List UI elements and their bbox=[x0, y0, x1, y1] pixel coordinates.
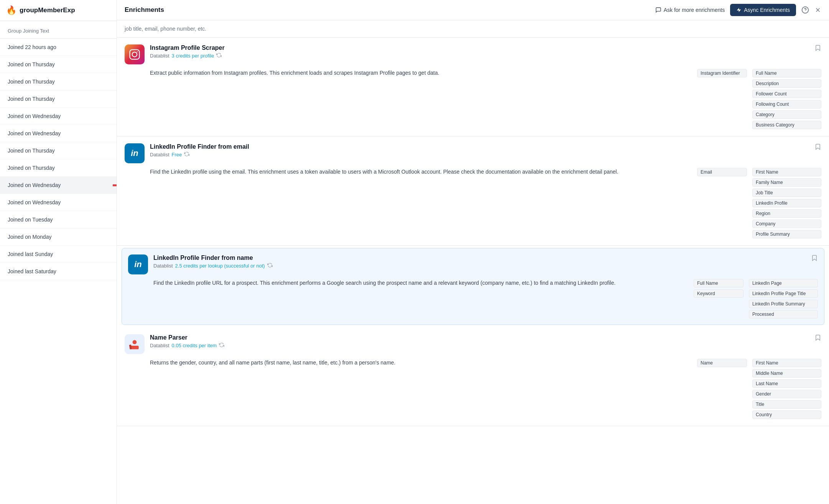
close-icon bbox=[814, 7, 821, 13]
sidebar-item[interactable]: Joined on Wednesday bbox=[0, 108, 117, 125]
search-hint: job title, email, phone number, etc. bbox=[117, 20, 829, 38]
lightning-icon bbox=[736, 7, 742, 13]
sidebar-item[interactable]: Joined on Thursday bbox=[0, 142, 117, 159]
sidebar-item[interactable]: Joined on Wednesday bbox=[0, 177, 117, 194]
output-tag: Category bbox=[752, 110, 821, 119]
output-tag: Family Name bbox=[752, 178, 821, 187]
output-tag: Gender bbox=[752, 390, 821, 398]
svg-point-6 bbox=[132, 52, 137, 57]
name-parser-icon bbox=[128, 338, 141, 350]
card-top-row: Instagram Profile ScraperDatablist3 cred… bbox=[125, 44, 821, 64]
output-tag: First Name bbox=[752, 359, 821, 367]
input-tag: Keyword bbox=[694, 289, 743, 298]
sidebar-item[interactable]: Joined on Thursday bbox=[0, 90, 117, 108]
sidebar-item[interactable]: Joined on Thursday bbox=[0, 73, 117, 90]
card-meta: DatablistFree bbox=[150, 151, 806, 158]
card-icon: in bbox=[128, 254, 148, 274]
card-name: LinkedIn Profile Finder from email bbox=[150, 143, 806, 150]
output-tag: Last Name bbox=[752, 379, 821, 388]
card-outputs: Full NameDescriptionFollower CountFollow… bbox=[752, 69, 821, 129]
help-button[interactable] bbox=[801, 6, 809, 14]
card-meta: Datablist2.5 credits per lookup (success… bbox=[153, 263, 803, 269]
card-inputs: Email bbox=[697, 168, 747, 238]
card-bottom-row: Returns the gender, country, and all nam… bbox=[125, 359, 821, 419]
recycle-icon bbox=[184, 151, 189, 158]
output-tag: LinkedIn Profile Summary bbox=[749, 300, 818, 308]
card-name: LinkedIn Profile Finder from name bbox=[153, 254, 803, 261]
card-description: Returns the gender, country, and all nam… bbox=[150, 359, 692, 419]
card-description: Extract public information from Instagra… bbox=[150, 69, 692, 129]
card-icon bbox=[125, 334, 145, 354]
ask-enrichments-button[interactable]: Ask for more enrichments bbox=[655, 7, 725, 13]
card-inputs: Name bbox=[697, 359, 747, 419]
card-provider: Datablist bbox=[150, 152, 169, 158]
instagram-logo-icon bbox=[129, 49, 140, 60]
top-bar-actions: Ask for more enrichments Async Enrichmen… bbox=[655, 4, 821, 16]
bookmark-button[interactable] bbox=[814, 334, 821, 343]
sidebar-item[interactable]: Joined on Wednesday bbox=[0, 194, 117, 211]
sidebar-item[interactable]: Joined last Saturday bbox=[0, 263, 117, 280]
card-bottom-row: Extract public information from Instagra… bbox=[125, 69, 821, 129]
card-provider: Datablist bbox=[150, 53, 169, 59]
bookmark-button[interactable] bbox=[811, 254, 818, 263]
enrichment-card: inLinkedIn Profile Finder from nameDatab… bbox=[122, 248, 824, 325]
output-tag: Company bbox=[752, 220, 821, 228]
sidebar-item[interactable]: Joined on Thursday bbox=[0, 159, 117, 177]
sidebar-item[interactable]: Joined on Tuesday bbox=[0, 211, 117, 228]
bookmark-button[interactable] bbox=[814, 143, 821, 152]
recycle-icon bbox=[219, 342, 224, 349]
card-name: Instagram Profile Scraper bbox=[150, 44, 806, 51]
card-outputs: First NameFamily NameJob TitleLinkedIn P… bbox=[752, 168, 821, 238]
output-tag: First Name bbox=[752, 168, 821, 176]
card-meta: Datablist3 credits per profile bbox=[150, 53, 806, 59]
main-area: Enrichments Ask for more enrichments Asy… bbox=[117, 0, 829, 504]
sidebar: 🔥 groupMemberExp Group Joining Text Join… bbox=[0, 0, 117, 504]
input-tag: Full Name bbox=[694, 279, 743, 287]
enrichment-card: Name ParserDatablist0.05 credits per ite… bbox=[117, 327, 829, 426]
card-credits: 2.5 credits per lookup (successful or no… bbox=[175, 263, 265, 269]
svg-rect-5 bbox=[130, 50, 140, 59]
card-credits: Free bbox=[172, 152, 182, 158]
card-outputs: First NameMiddle NameLast NameGenderTitl… bbox=[752, 359, 821, 419]
ask-enrichments-label: Ask for more enrichments bbox=[664, 7, 725, 13]
output-tag: LinkedIn Profile bbox=[752, 199, 821, 207]
close-button[interactable] bbox=[814, 7, 821, 13]
selection-arrow-indicator bbox=[113, 182, 117, 188]
app-logo: 🔥 bbox=[6, 5, 16, 15]
app-header: 🔥 groupMemberExp bbox=[0, 0, 117, 21]
output-tag: Follower Count bbox=[752, 90, 821, 98]
enrichments-content: job title, email, phone number, etc. Ins… bbox=[117, 20, 829, 504]
enrichment-cards-list: Instagram Profile ScraperDatablist3 cred… bbox=[117, 38, 829, 426]
card-title-area: Name ParserDatablist0.05 credits per ite… bbox=[150, 334, 806, 349]
svg-marker-0 bbox=[737, 8, 741, 12]
bookmark-button[interactable] bbox=[814, 44, 821, 53]
input-tag: Name bbox=[697, 359, 747, 367]
output-tag: Profile Summary bbox=[752, 230, 821, 238]
card-meta: Datablist0.05 credits per item bbox=[150, 342, 806, 349]
sidebar-item[interactable]: Joined last Sunday bbox=[0, 246, 117, 263]
output-tag: Middle Name bbox=[752, 369, 821, 378]
page-title: Enrichments bbox=[125, 6, 164, 14]
svg-point-8 bbox=[133, 340, 137, 344]
top-bar: Enrichments Ask for more enrichments Asy… bbox=[117, 0, 829, 20]
app-title: groupMemberExp bbox=[20, 7, 75, 14]
input-tag: Instagram Identifier bbox=[697, 69, 747, 77]
enrichment-card: inLinkedIn Profile Finder from emailData… bbox=[117, 136, 829, 246]
card-title-area: Instagram Profile ScraperDatablist3 cred… bbox=[150, 44, 806, 59]
sidebar-item[interactable]: Joined on Monday bbox=[0, 228, 117, 246]
async-enrichments-button[interactable]: Async Enrichments bbox=[730, 4, 796, 16]
output-tag: Description bbox=[752, 79, 821, 88]
input-tag: Email bbox=[697, 168, 747, 176]
output-tag: Following Count bbox=[752, 100, 821, 108]
card-provider: Datablist bbox=[153, 263, 173, 269]
card-icon: in bbox=[125, 143, 145, 163]
chat-icon bbox=[655, 7, 661, 13]
output-tag: Job Title bbox=[752, 189, 821, 197]
output-tag: Business Category bbox=[752, 121, 821, 129]
sidebar-item[interactable]: Joined on Wednesday bbox=[0, 125, 117, 142]
card-top-row: Name ParserDatablist0.05 credits per ite… bbox=[125, 334, 821, 354]
sidebar-item[interactable]: Joined on Thursday bbox=[0, 56, 117, 73]
enrichment-card: Instagram Profile ScraperDatablist3 cred… bbox=[117, 38, 829, 136]
help-icon bbox=[801, 6, 809, 14]
sidebar-item[interactable]: Joined 22 hours ago bbox=[0, 39, 117, 56]
